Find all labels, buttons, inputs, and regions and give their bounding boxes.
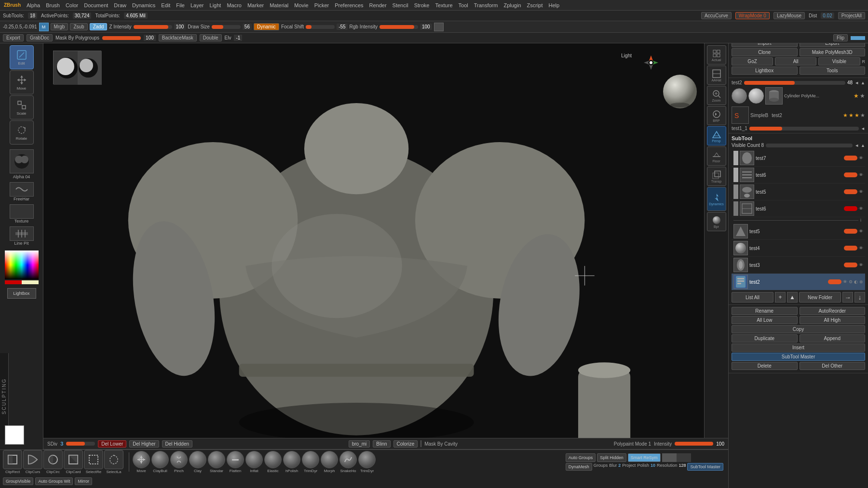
canvas-area[interactable]: Light (43, 43, 728, 449)
freehar-btn[interactable] (10, 182, 34, 197)
menu-movie[interactable]: Movie (294, 2, 308, 8)
bro-mi-btn[interactable]: bro_mi (349, 440, 370, 448)
clip-circ-btn[interactable] (43, 450, 63, 469)
zsub-btn[interactable]: Zsub (70, 23, 87, 30)
viscount-arrow[interactable]: ◄ (854, 143, 859, 148)
star-icon-2[interactable]: ★ (860, 92, 865, 99)
subtool-test7[interactable]: test7 👁 (732, 150, 865, 167)
menu-texture[interactable]: Texture (435, 2, 452, 8)
subtool-test2[interactable]: test2 👁 ⚙ ◐ ⊗ (732, 274, 865, 290)
standar-brush-btn[interactable] (208, 451, 225, 468)
test6bot-toggle[interactable] (844, 206, 857, 211)
persp-btn[interactable]: Persp (707, 126, 726, 145)
star-icon-1[interactable]: ★ (854, 92, 859, 99)
split-hidden-btn[interactable]: Split Hidden (597, 453, 626, 462)
menu-file[interactable]: File (176, 2, 185, 8)
material-swatch[interactable] (5, 425, 24, 445)
dynamesh-btn[interactable]: DynaMesh (566, 463, 592, 471)
star-s4[interactable]: ★ (860, 112, 865, 119)
maskpoly-slider[interactable] (102, 36, 141, 40)
test6top-toggle[interactable] (844, 172, 857, 177)
subtool-test5b[interactable]: test5 👁 (732, 223, 865, 240)
snakehoo-brush-btn[interactable] (339, 451, 357, 468)
menu-stencil[interactable]: Stencil (393, 2, 408, 8)
insert-btn[interactable]: Insert (732, 343, 865, 352)
viscount-up[interactable]: ▲ (861, 143, 865, 148)
smart-resym-slider[interactable] (662, 453, 691, 462)
move-tool-btn[interactable]: Move (10, 70, 34, 94)
groupvisible-btn[interactable]: GroupVisible (3, 477, 33, 485)
menu-picker[interactable]: Picker (314, 2, 329, 8)
hpolish-brush-btn[interactable] (283, 451, 300, 468)
menu-color[interactable]: Color (66, 2, 78, 8)
alpha-thumb[interactable] (10, 149, 34, 173)
test3-toggle[interactable] (844, 263, 857, 267)
claybull-brush-btn[interactable] (151, 451, 169, 468)
clip-rect-btn[interactable] (3, 450, 22, 469)
autoreorder-btn[interactable]: AutoReorder (800, 307, 866, 315)
subtool-test6-top[interactable]: test6 👁 (732, 167, 865, 184)
all-btn[interactable]: All (775, 57, 816, 66)
bpr-nav-btn[interactable]: Bpr (707, 212, 726, 231)
trimdyr2-brush-btn[interactable] (358, 451, 376, 468)
menu-stroke[interactable]: Stroke (414, 2, 430, 8)
make-polymesh-btn[interactable]: Make PolyMesh3D (800, 48, 866, 56)
color-swatch[interactable] (434, 23, 444, 31)
clip-card-btn[interactable] (64, 450, 83, 469)
menu-render[interactable]: Render (369, 2, 387, 8)
new-folder-btn[interactable]: New Folder (799, 292, 841, 303)
list-up-btn[interactable]: ▲ (787, 292, 798, 303)
rotate-tool-btn[interactable]: Rotate (10, 120, 34, 145)
menu-dynamics[interactable]: Dynamics (132, 2, 155, 8)
delete-btn[interactable]: Delete (732, 362, 798, 370)
menu-preferences[interactable]: Preferences (335, 2, 363, 8)
texture-btn[interactable] (10, 204, 34, 219)
export-btn[interactable]: Export (3, 34, 24, 41)
subtool-master-rp-btn[interactable]: SubTool Master (732, 353, 865, 361)
menu-zplugin[interactable]: Zplugin (503, 2, 521, 8)
focalshift-slider[interactable] (306, 25, 335, 29)
sphere-thumb-1[interactable] (732, 88, 747, 104)
subtool-test6-bot[interactable]: test6 👁 (732, 200, 865, 217)
lightbox-rp-btn[interactable]: Lightbox (732, 66, 798, 75)
rgbintensity-slider[interactable] (380, 25, 418, 29)
menu-brush[interactable]: Brush (46, 2, 60, 8)
zadd-btn[interactable]: Zadd (90, 23, 108, 30)
menu-layer[interactable]: Layer (190, 2, 204, 8)
folder-arrow-btn[interactable]: → (842, 292, 853, 303)
edit-tool-btn[interactable]: Edit (10, 45, 34, 69)
menu-tool[interactable]: Tool (459, 2, 468, 8)
test2-slider[interactable] (744, 81, 845, 85)
copy-rp-btn[interactable]: Copy (732, 325, 865, 333)
rename-btn[interactable]: Rename (732, 307, 798, 315)
test2-up[interactable]: ▲ (861, 80, 865, 85)
morph-brush-btn[interactable] (321, 451, 338, 468)
menu-help[interactable]: Help (549, 2, 560, 8)
test2-extra1[interactable]: ⚙ (849, 279, 853, 284)
list-all-btn[interactable]: List All (732, 292, 773, 303)
aahat-btn[interactable]: AAHat (707, 66, 726, 85)
test6bot-eye[interactable]: 👁 (859, 206, 863, 211)
del-hidden-btn[interactable]: Del Hidden (162, 440, 192, 448)
acucurve-btn[interactable]: AccuCurve (701, 12, 732, 19)
test5-eye[interactable]: 👁 (859, 189, 863, 194)
brp-btn[interactable]: BRP (707, 106, 726, 125)
m-indicator[interactable]: M (39, 23, 49, 31)
del-other-btn[interactable]: Del Other (800, 362, 866, 370)
subtool-master-btn[interactable]: SubTool Master (687, 463, 723, 471)
floor-btn[interactable]: Floor (707, 146, 726, 166)
select-rect-btn[interactable] (84, 450, 103, 469)
intensity-slider[interactable] (675, 442, 713, 446)
lazymouse-btn[interactable]: LazyMouse (773, 12, 805, 19)
menu-draw[interactable]: Draw (114, 2, 126, 8)
sdiv-slider[interactable] (66, 442, 95, 446)
dynamics-nav-btn[interactable]: Dynamics (707, 187, 726, 211)
mirror-btn[interactable]: Mirror (75, 477, 92, 485)
color-picker-area[interactable] (5, 251, 39, 285)
select-lasso-btn[interactable] (104, 450, 123, 469)
test2-extra2[interactable]: ◐ (854, 279, 858, 284)
all-high-btn[interactable]: All High (800, 316, 866, 324)
lightbox-btn[interactable]: Lightbox (7, 288, 36, 299)
test7-toggle[interactable] (844, 156, 857, 160)
test5-toggle[interactable] (844, 189, 857, 194)
